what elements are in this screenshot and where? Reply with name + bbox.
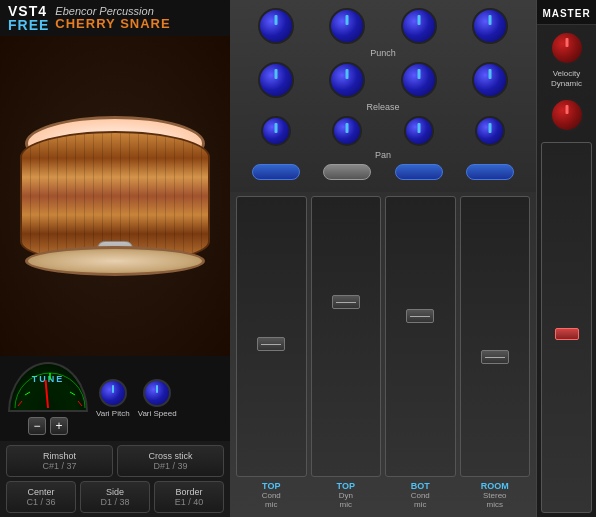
border-button[interactable]: Border E1 / 40 (154, 481, 224, 513)
master-knob-2[interactable] (550, 98, 584, 132)
vari-speed-knob[interactable] (143, 379, 171, 407)
center-button[interactable]: Center C1 / 36 (6, 481, 76, 513)
fader-room-stereo: 0 5 10 20 30 40 ∞ ROOM Stereo mics (460, 196, 531, 513)
fader-label-1: TOP Cond mic (260, 477, 283, 513)
fader-track-3 (385, 196, 456, 477)
svg-line-3 (18, 401, 22, 406)
fader-handle-4[interactable] (481, 350, 509, 364)
faders-section: 0 5 10 20 30 40 ∞ TOP Cond mic (230, 192, 536, 517)
release-knobs-row (240, 62, 526, 98)
tune-plus-button[interactable]: + (50, 417, 68, 435)
release-knob-2[interactable] (329, 62, 365, 98)
release-knob-4[interactable] (472, 62, 508, 98)
controls-section: Punch Release Pan (230, 0, 536, 192)
pan-label: Pan (240, 150, 526, 160)
master-fader-track (541, 142, 592, 513)
fader-track-1 (236, 196, 307, 477)
fader-track-2 (311, 196, 382, 477)
punch-label: Punch (240, 48, 526, 58)
rimshot-button[interactable]: Rimshot C#1 / 37 (6, 445, 113, 477)
fader-track-4 (460, 196, 531, 477)
fader-label-4: ROOM Stereo mics (479, 477, 511, 513)
master-velocity-label: VelocityDynamic (551, 69, 582, 88)
pan-button-2[interactable] (323, 164, 371, 180)
fader-top-dyn: 0 5 10 20 30 40 ∞ TOP Dyn mic (311, 196, 382, 513)
punch-knob-2[interactable] (329, 8, 365, 44)
fader-bot-cond: 0 5 10 20 30 40 ∞ BOT Cond mic (385, 196, 456, 513)
master-fader-handle[interactable] (555, 328, 579, 340)
release-label: Release (240, 102, 526, 112)
product-label: CHERRY SNARE (55, 17, 170, 31)
pad-buttons-row2: Center C1 / 36 Side D1 / 38 Border E1 / … (0, 481, 230, 517)
tune-meter: TUNE (8, 362, 88, 412)
vari-speed-label: Vari Speed (138, 409, 177, 418)
cross-stick-button[interactable]: Cross stick D#1 / 39 (117, 445, 224, 477)
pan-knob-3[interactable] (404, 116, 434, 146)
pan-button-3[interactable] (395, 164, 443, 180)
fader-handle-2[interactable] (332, 295, 360, 309)
fader-top-cond: 0 5 10 20 30 40 ∞ TOP Cond mic (236, 196, 307, 513)
punch-knob-3[interactable] (401, 8, 437, 44)
pan-button-1[interactable] (252, 164, 300, 180)
vari-pitch-knob[interactable] (99, 379, 127, 407)
tune-minus-button[interactable]: − (28, 417, 46, 435)
side-button[interactable]: Side D1 / 38 (80, 481, 150, 513)
vari-pitch-label: Vari Pitch (96, 409, 130, 418)
app-container: VST4 FREE Ebencor Percussion CHERRY SNAR… (0, 0, 596, 517)
left-panel: VST4 FREE Ebencor Percussion CHERRY SNAR… (0, 0, 230, 517)
header-text: Ebencor Percussion CHERRY SNARE (55, 5, 170, 31)
master-title: MASTER (542, 8, 590, 19)
drum-visual: VST4 FREE 3P (20, 116, 210, 276)
fader-label-2: TOP Dyn mic (335, 477, 357, 513)
svg-line-1 (25, 392, 30, 395)
punch-knobs-row (240, 8, 526, 44)
right-panel: Punch Release Pan (230, 0, 536, 517)
punch-knob-4[interactable] (472, 8, 508, 44)
master-fader-section: 0 5 10 20 30 40 ∞ (537, 138, 596, 517)
master-velocity-knob[interactable] (550, 31, 584, 65)
pan-knob-1[interactable] (261, 116, 291, 146)
fader-handle-3[interactable] (406, 309, 434, 323)
release-knob-1[interactable] (258, 62, 294, 98)
pan-knob-4[interactable] (475, 116, 505, 146)
fader-label-3: BOT Cond mic (409, 477, 432, 513)
master-header: MASTER (537, 0, 596, 25)
punch-knob-1[interactable] (258, 8, 294, 44)
tune-section: TUNE − + (0, 356, 230, 441)
pad-buttons-row1: Rimshot C#1 / 37 Cross stick D#1 / 39 (0, 441, 230, 481)
release-knob-3[interactable] (401, 62, 437, 98)
vst4-logo: VST4 FREE (8, 4, 49, 32)
pan-button-4[interactable] (466, 164, 514, 180)
drum-head-bottom (25, 246, 205, 276)
pan-buttons-row (240, 164, 526, 180)
svg-line-4 (78, 401, 82, 406)
drum-image-area: VST4 FREE 3P (0, 36, 230, 356)
master-panel: MASTER VelocityDynamic 0 5 10 20 30 40 ∞ (536, 0, 596, 517)
vari-pitch-group: Vari Pitch (96, 379, 130, 418)
svg-line-2 (70, 392, 75, 395)
master-knob-section: VelocityDynamic (537, 25, 596, 138)
pan-knob-2[interactable] (332, 116, 362, 146)
vst4-top-label: VST4 (8, 4, 49, 18)
pan-knobs-row (240, 116, 526, 146)
header-bar: VST4 FREE Ebencor Percussion CHERRY SNAR… (0, 0, 230, 36)
vari-speed-group: Vari Speed (138, 379, 177, 418)
vst4-free-label: FREE (8, 18, 49, 32)
fader-handle-1[interactable] (257, 337, 285, 351)
